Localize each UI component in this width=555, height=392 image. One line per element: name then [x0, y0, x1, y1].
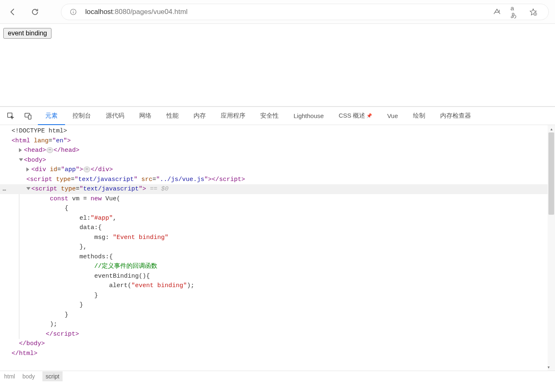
tab-elements[interactable]: 元素: [38, 107, 65, 125]
tab-vue[interactable]: Vue: [380, 107, 405, 125]
tab-memory-inspector[interactable]: 内存检查器: [433, 107, 478, 125]
expander-icon[interactable]: [19, 158, 23, 161]
event-binding-button[interactable]: event binding: [3, 28, 51, 39]
scroll-down-icon[interactable]: ▾: [548, 363, 550, 371]
breadcrumb-script[interactable]: script: [42, 371, 63, 381]
scrollbar[interactable]: ▴ ▾: [548, 125, 555, 371]
tab-css-overview[interactable]: CSS 概述📌: [331, 107, 380, 125]
expander-icon[interactable]: [26, 187, 30, 190]
browser-toolbar: localhost:8080/pages/vue04.html aあ: [0, 0, 555, 24]
scroll-up-icon[interactable]: ▴: [548, 125, 555, 132]
expander-icon[interactable]: [19, 148, 22, 152]
ellipsis-icon[interactable]: ⋯: [47, 147, 53, 153]
selected-element-row[interactable]: ⋯<script type="text/javascript"> == $0: [0, 184, 555, 194]
tab-lighthouse[interactable]: Lighthouse: [286, 107, 331, 125]
address-bar[interactable]: localhost:8080/pages/vue04.html aあ: [61, 4, 549, 20]
tab-memory[interactable]: 内存: [186, 107, 213, 125]
tab-performance[interactable]: 性能: [159, 107, 186, 125]
tab-console[interactable]: 控制台: [65, 107, 98, 125]
expander-icon[interactable]: [26, 167, 29, 172]
read-aloud-icon[interactable]: [492, 7, 501, 16]
svg-rect-6: [28, 115, 31, 119]
devtools-tab-bar: 元素 控制台 源代码 网络 性能 内存 应用程序 安全性 Lighthouse …: [0, 107, 555, 125]
breadcrumb-html[interactable]: html: [4, 373, 15, 380]
elements-tree[interactable]: <!DOCTYPE html> <html lang="en"> <head>⋯…: [0, 125, 555, 358]
svg-rect-2: [73, 12, 73, 14]
elements-breadcrumb: html body script: [0, 371, 555, 382]
tab-sources[interactable]: 源代码: [98, 107, 132, 125]
translate-icon[interactable]: aあ: [511, 7, 520, 16]
back-button[interactable]: [6, 5, 19, 19]
tab-application[interactable]: 应用程序: [213, 107, 253, 125]
site-info-icon[interactable]: [70, 8, 77, 16]
breadcrumb-body[interactable]: body: [22, 373, 35, 380]
ellipsis-icon[interactable]: ⋯: [84, 167, 90, 172]
scroll-thumb[interactable]: [548, 132, 554, 215]
favorites-icon[interactable]: [529, 7, 538, 16]
tab-rendering[interactable]: 绘制: [406, 107, 433, 125]
url-text: localhost:8080/pages/vue04.html: [85, 8, 484, 16]
device-toolbar-icon[interactable]: [21, 109, 35, 123]
tab-network[interactable]: 网络: [132, 107, 159, 125]
reload-button[interactable]: [28, 5, 42, 19]
svg-point-1: [73, 10, 74, 11]
tab-security[interactable]: 安全性: [253, 107, 286, 125]
inspect-element-icon[interactable]: [3, 109, 18, 123]
page-body: event binding: [0, 24, 555, 106]
devtools-panel: 元素 控制台 源代码 网络 性能 内存 应用程序 安全性 Lighthouse …: [0, 106, 555, 382]
